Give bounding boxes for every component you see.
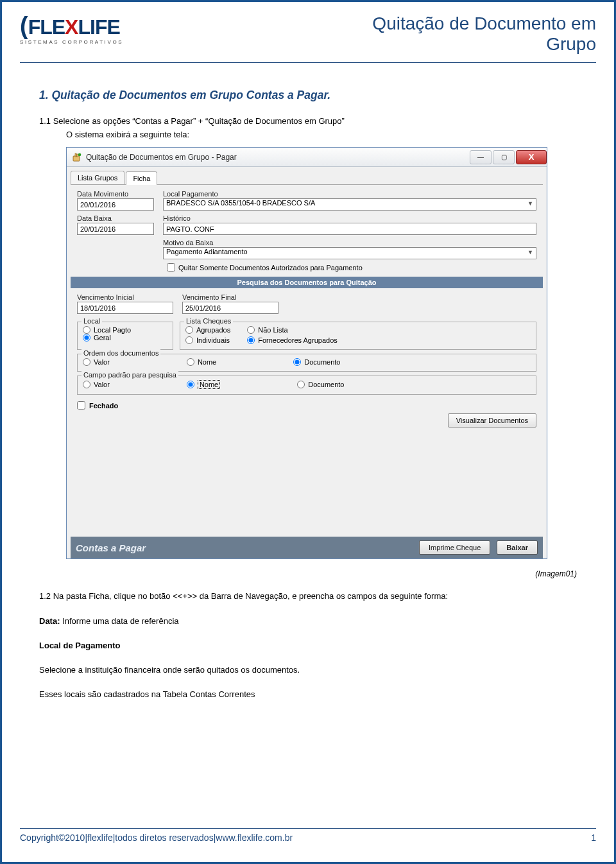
visualizar-documentos-button[interactable]: Visualizar Documentos: [448, 413, 536, 428]
group-lista-cheques: Lista Cheques Agrupados Individuais Não …: [180, 322, 536, 350]
radio-fornecedores-agrupados[interactable]: [247, 336, 255, 344]
input-data-baixa[interactable]: [77, 223, 154, 235]
label-data-movimento: Data Movimento: [77, 190, 154, 198]
radio-individuais[interactable]: [185, 336, 193, 344]
tabs: Lista Grupos Ficha: [67, 167, 547, 184]
page-footer: Copyright©2010|flexlife|todos diretos re…: [20, 828, 596, 843]
label-historico: Histórico: [163, 214, 536, 222]
checkbox-fechado[interactable]: [77, 401, 85, 410]
tab-body: Data Movimento Local Pagamento BRADESCO …: [71, 184, 543, 558]
svg-rect-1: [75, 153, 76, 157]
minimize-button[interactable]: —: [470, 150, 492, 164]
window-footer-bar: Contas a Pagar Imprime Cheque Baixar: [71, 537, 543, 558]
page-frame: ( FLEXLIFE SISTEMAS CORPORATIVOS Quitaçã…: [0, 0, 616, 864]
logo: ( FLEXLIFE SISTEMAS CORPORATIVOS: [20, 13, 123, 45]
radio-local-pagto[interactable]: [83, 326, 90, 334]
input-venc-inicial[interactable]: [77, 302, 173, 314]
footer-copyright: Copyright©2010|flexlife|todos diretos re…: [20, 833, 293, 843]
section-bar-pesquisa: Pesquisa dos Documentos para Quitação: [71, 277, 543, 288]
radio-ordem-nome[interactable]: [187, 358, 194, 366]
label-checkbox-autorizados: Quitar Somente Documentos Autorizados pa…: [178, 264, 363, 272]
select-local-pagamento[interactable]: BRADESCO S/A 0355/1054-0 BRADESCO S/A: [163, 198, 536, 211]
paragraph-6: Esses locais são cadastrados na Tabela C…: [39, 688, 577, 701]
select-motivo-baixa[interactable]: Pagamento Adiantamento: [163, 247, 536, 259]
close-button[interactable]: X: [516, 150, 547, 164]
paragraph-2: 1.2 Na pasta Ficha, clique no botão <<+>…: [39, 590, 577, 603]
baixar-button[interactable]: Baixar: [497, 540, 538, 555]
logo-subtitle: SISTEMAS CORPORATIVOS: [20, 39, 123, 45]
label-motivo-baixa: Motivo da Baixa: [163, 239, 536, 246]
image-caption: (Imagem01): [2, 569, 577, 578]
imprime-cheque-button[interactable]: Imprime Cheque: [419, 540, 490, 555]
radio-ordem-documento[interactable]: [293, 358, 301, 366]
radio-campo-documento[interactable]: [297, 381, 305, 388]
paragraph-1-sub: O sistema exibirá a seguinte tela:: [66, 130, 577, 139]
maximize-button[interactable]: ▢: [493, 150, 515, 164]
titlebar: Quitação de Documentos em Grupo - Pagar …: [67, 148, 547, 167]
group-ordem: Ordem dos documentos Valor Nome Document…: [77, 354, 536, 372]
footer-title: Contas a Pagar: [76, 542, 146, 553]
section-heading: 1. Quitação de Documentos em Grupo Conta…: [39, 89, 577, 102]
paragraph-4: Local de Pagamento: [39, 639, 577, 652]
label-fechado: Fechado: [89, 402, 118, 410]
radio-geral[interactable]: [83, 334, 90, 341]
tab-ficha[interactable]: Ficha: [126, 171, 157, 185]
paragraph-1: 1.1 Selecione as opções “Contas a Pagar”…: [39, 116, 577, 126]
app-window: Quitação de Documentos em Grupo - Pagar …: [66, 147, 547, 559]
paragraph-3: Data: Informe uma data de referência: [39, 615, 577, 628]
label-local-pagamento: Local Pagamento: [163, 190, 536, 198]
input-data-movimento[interactable]: [77, 198, 154, 211]
document-title: Quitação de Documento em Grupo: [372, 13, 596, 55]
group-local: Local Local Pagto Geral: [77, 322, 173, 350]
radio-campo-valor[interactable]: [83, 381, 90, 388]
input-venc-final[interactable]: [182, 302, 278, 314]
app-icon: [72, 152, 82, 162]
label-data-baixa: Data Baixa: [77, 214, 154, 222]
label-venc-inicial: Vencimento Inicial: [77, 293, 173, 301]
input-historico[interactable]: [163, 223, 536, 235]
label-venc-final: Vencimento Final: [182, 293, 278, 301]
page-header: ( FLEXLIFE SISTEMAS CORPORATIVOS Quitaçã…: [2, 2, 614, 58]
checkbox-autorizados[interactable]: [167, 263, 175, 272]
radio-campo-nome[interactable]: [187, 381, 194, 388]
radio-agrupados[interactable]: [185, 326, 193, 334]
radio-nao-lista[interactable]: [247, 326, 255, 334]
group-campo-pesquisa: Campo padrão para pesquisa Valor Nome Do…: [77, 376, 536, 395]
svg-point-3: [78, 153, 81, 157]
tab-lista-grupos[interactable]: Lista Grupos: [71, 171, 124, 184]
window-title: Quitação de Documentos em Grupo - Pagar: [86, 153, 237, 162]
paragraph-5: Selecione a instituição financeira onde …: [39, 664, 577, 677]
footer-page-number: 1: [591, 833, 596, 843]
svg-rect-2: [77, 154, 78, 157]
radio-ordem-valor[interactable]: [83, 358, 90, 366]
